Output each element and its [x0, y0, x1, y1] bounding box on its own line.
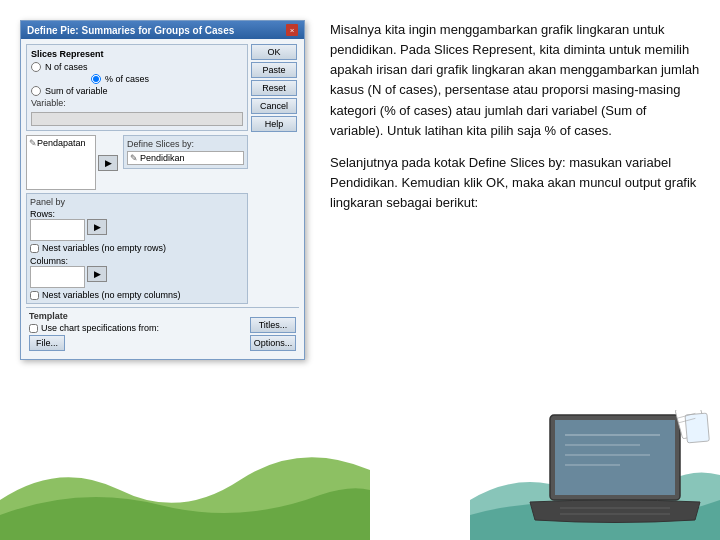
ok-button[interactable]: OK	[251, 44, 297, 60]
columns-checkbox-row[interactable]: Nest variables (no empty columns)	[30, 290, 244, 300]
dialog-close-button[interactable]: ×	[286, 24, 298, 36]
rows-label: Rows:	[30, 209, 85, 219]
add-variable-button[interactable]: ▶	[98, 155, 118, 171]
svg-rect-9	[685, 413, 709, 443]
paragraph-2: Selanjutnya pada kotak Define Slices by:…	[330, 153, 700, 213]
bottom-right-buttons: Titles... Options...	[250, 317, 296, 351]
dialog-window: Define Pie: Summaries for Groups of Case…	[20, 20, 305, 360]
sum-of-variable-radio-row[interactable]: Sum of variable	[31, 86, 243, 96]
panel-by-section: Panel by Rows: ▶ Ne	[26, 193, 248, 304]
n-of-cases-radio-row[interactable]: N of cases	[31, 62, 243, 72]
dialog-titlebar: Define Pie: Summaries for Groups of Case…	[21, 21, 304, 39]
pct-of-cases-radio[interactable]	[91, 74, 101, 84]
variable-input[interactable]	[31, 112, 243, 126]
columns-field	[30, 266, 85, 288]
template-label: Template	[29, 311, 159, 321]
pencil-icon-var: ✎	[29, 138, 37, 148]
panel-by-label: Panel by	[30, 197, 244, 207]
columns-label: Columns:	[30, 256, 85, 266]
columns-checkbox[interactable]	[30, 291, 39, 300]
dialog-title: Define Pie: Summaries for Groups of Case…	[27, 25, 234, 36]
pencil-icon-slices: ✎	[130, 153, 138, 163]
rows-checkbox-row[interactable]: Nest variables (no empty rows)	[30, 243, 244, 253]
cancel-button[interactable]: Cancel	[251, 98, 297, 114]
left-panel: Define Pie: Summaries for Groups of Case…	[0, 0, 320, 540]
dialog-body: Slices Represent N of cases % of cases	[21, 39, 304, 359]
paste-button[interactable]: Paste	[251, 62, 297, 78]
template-checkbox-row[interactable]: Use chart specifications from:	[29, 323, 159, 333]
options-button[interactable]: Options...	[250, 335, 296, 351]
rows-field	[30, 219, 85, 241]
slices-represent-label: Slices Represent	[31, 49, 243, 59]
reset-button[interactable]: Reset	[251, 80, 297, 96]
define-slices-value: Pendidikan	[140, 153, 185, 163]
pct-of-cases-label: % of cases	[105, 74, 149, 84]
columns-checkbox-label: Nest variables (no empty columns)	[42, 290, 181, 300]
pct-of-cases-radio-row[interactable]: % of cases	[91, 74, 243, 84]
n-of-cases-label: N of cases	[45, 62, 88, 72]
n-of-cases-radio[interactable]	[31, 62, 41, 72]
sum-of-variable-label: Sum of variable	[45, 86, 108, 96]
paragraph-1: Misalnya kita ingin menggambarkan grafik…	[330, 20, 700, 141]
template-checkbox-label: Use chart specifications from:	[41, 323, 159, 333]
define-slices-label: Define Slices by:	[127, 139, 244, 149]
variable-list-box: ✎ Pendapatan	[26, 135, 96, 190]
sum-of-variable-radio[interactable]	[31, 86, 41, 96]
pendapatan-variable: Pendapatan	[37, 138, 86, 148]
action-buttons-panel: OK Paste Reset Cancel Help	[251, 44, 299, 307]
variable-label: Variable:	[31, 98, 243, 108]
svg-rect-1	[555, 420, 675, 495]
define-slices-box: Define Slices by: ✎ Pendidikan	[123, 135, 248, 169]
add-rows-button[interactable]: ▶	[87, 219, 107, 235]
help-button[interactable]: Help	[251, 116, 297, 132]
dialog-bottom-area: Template Use chart specifications from: …	[26, 307, 299, 354]
rows-checkbox-label: Nest variables (no empty rows)	[42, 243, 166, 253]
define-slices-field: ✎ Pendidikan	[127, 151, 244, 165]
template-section: Template Use chart specifications from: …	[29, 311, 159, 351]
file-button[interactable]: File...	[29, 335, 65, 351]
slices-represent-section: Slices Represent N of cases % of cases	[26, 44, 248, 131]
laptop-illustration	[520, 410, 710, 530]
template-checkbox[interactable]	[29, 324, 38, 333]
define-slices-section: Define Slices by: ✎ Pendidikan	[123, 135, 248, 172]
rows-checkbox[interactable]	[30, 244, 39, 253]
add-columns-button[interactable]: ▶	[87, 266, 107, 282]
titles-button[interactable]: Titles...	[250, 317, 296, 333]
